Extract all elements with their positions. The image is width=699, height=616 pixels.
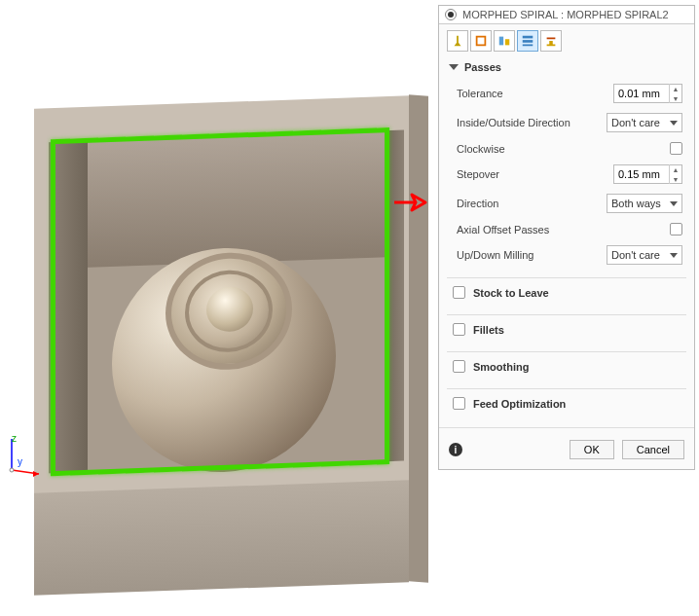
spin-down-icon[interactable]: ▼ — [670, 93, 681, 103]
axial-offset-label: Axial Offset Passes — [457, 224, 549, 236]
smoothing-label: Smoothing — [473, 361, 529, 373]
fillets-label: Fillets — [473, 324, 504, 336]
axis-y-label: y — [18, 456, 22, 467]
updown-value: Don't care — [611, 249, 660, 261]
tolerance-label: Tolerance — [457, 88, 503, 99]
dialog-title: MORPHED SPIRAL : MORPHED SPIRAL2 — [462, 9, 669, 20]
prop-clockwise: Clockwise — [439, 137, 694, 160]
fillets-checkbox[interactable] — [453, 323, 465, 336]
dialog-footer: i OK Cancel — [439, 427, 694, 469]
feed-optimization-checkbox[interactable] — [453, 397, 465, 410]
updown-label: Up/Down Milling — [457, 249, 533, 261]
smoothing-checkbox[interactable] — [453, 360, 465, 373]
section-feed-optimization[interactable]: Feed Optimization — [447, 388, 686, 417]
svg-rect-7 — [499, 37, 503, 46]
section-smoothing[interactable]: Smoothing — [447, 351, 686, 380]
section-fillets[interactable]: Fillets — [447, 314, 686, 344]
clockwise-label: Clockwise — [457, 143, 505, 155]
ok-button[interactable]: OK — [570, 440, 614, 459]
prop-axial-offset: Axial Offset Passes — [439, 218, 694, 240]
tab-heights[interactable] — [494, 30, 515, 52]
prop-direction: Direction Both ways — [439, 189, 694, 218]
direction-arrow-annotation[interactable] — [392, 192, 429, 213]
box-right-face — [409, 94, 428, 582]
updown-dropdown[interactable]: Don't care — [607, 245, 682, 265]
prop-updown: Up/Down Milling Don't care — [439, 240, 694, 270]
axis-triad[interactable]: z y — [2, 433, 41, 486]
cancel-button[interactable]: Cancel — [622, 440, 684, 459]
svg-rect-8 — [505, 39, 509, 45]
box-front-face — [34, 480, 409, 595]
expand-caret-icon — [449, 64, 459, 70]
section-passes-label: Passes — [464, 61, 501, 73]
prop-inside-outside: Inside/Outside Direction Don't care — [439, 108, 694, 137]
spin-up-icon[interactable]: ▲ — [670, 84, 681, 93]
stock-box — [19, 86, 428, 606]
clockwise-checkbox[interactable] — [670, 142, 682, 155]
selection-boundary[interactable] — [51, 127, 389, 476]
prop-tolerance: Tolerance ▲▼ — [439, 79, 694, 108]
svg-marker-3 — [33, 471, 39, 477]
prop-stepover: Stepover ▲▼ — [439, 160, 694, 189]
spin-up-icon[interactable]: ▲ — [670, 164, 681, 174]
svg-point-4 — [10, 468, 14, 472]
stock-to-leave-checkbox[interactable] — [453, 286, 465, 299]
svg-rect-9 — [523, 36, 533, 39]
svg-rect-6 — [477, 37, 486, 46]
tab-tool[interactable] — [447, 30, 468, 52]
direction-value: Both ways — [611, 198, 661, 209]
svg-point-5 — [448, 12, 454, 18]
chevron-down-icon — [670, 201, 678, 206]
direction-label: Direction — [457, 198, 498, 209]
tolerance-spinner[interactable]: ▲▼ — [613, 84, 682, 103]
tab-passes[interactable] — [517, 30, 538, 52]
tab-linking[interactable] — [540, 30, 562, 52]
spin-down-icon[interactable]: ▼ — [670, 174, 681, 184]
inside-outside-label: Inside/Outside Direction — [457, 117, 570, 128]
stepover-input[interactable] — [614, 168, 669, 180]
axis-z-label: z — [12, 433, 17, 444]
stepover-spinner[interactable]: ▲▼ — [613, 164, 682, 184]
info-icon[interactable]: i — [449, 443, 462, 456]
stepover-label: Stepover — [457, 168, 499, 180]
direction-dropdown[interactable]: Both ways — [607, 194, 682, 213]
section-stock-to-leave[interactable]: Stock to Leave — [447, 277, 686, 307]
tab-geometry[interactable] — [470, 30, 492, 52]
model-viewport[interactable]: z y — [0, 0, 438, 616]
chevron-down-icon — [670, 121, 678, 126]
svg-rect-11 — [523, 45, 533, 47]
dialog-titlebar[interactable]: MORPHED SPIRAL : MORPHED SPIRAL2 — [439, 6, 694, 24]
pin-icon[interactable] — [445, 9, 457, 20]
axial-offset-checkbox[interactable] — [670, 223, 682, 236]
feed-optimization-label: Feed Optimization — [473, 398, 566, 410]
tab-strip — [439, 24, 694, 55]
chevron-down-icon — [670, 253, 678, 258]
svg-rect-10 — [523, 40, 533, 43]
inside-outside-value: Don't care — [611, 117, 660, 128]
tolerance-input[interactable] — [614, 88, 669, 99]
stock-to-leave-label: Stock to Leave — [473, 287, 549, 299]
operation-dialog: MORPHED SPIRAL : MORPHED SPIRAL2 Passes … — [438, 5, 695, 470]
section-passes-header[interactable]: Passes — [439, 55, 694, 79]
inside-outside-dropdown[interactable]: Don't care — [607, 113, 682, 132]
